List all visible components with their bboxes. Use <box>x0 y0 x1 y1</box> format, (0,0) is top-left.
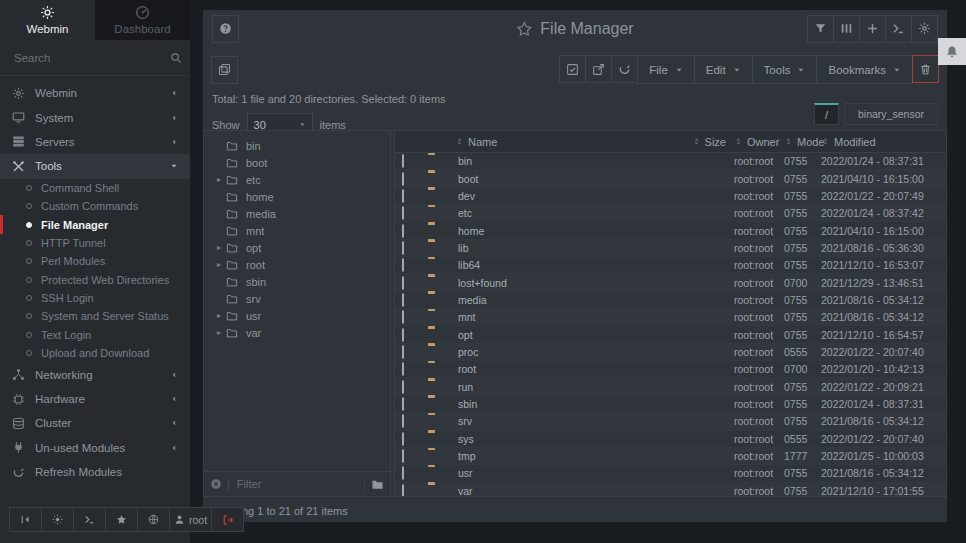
row-checkbox[interactable] <box>402 484 404 496</box>
row-checkbox[interactable] <box>402 432 404 446</box>
file-row[interactable]: tmproot:root17772022/01/25 - 10:00:03 <box>395 448 946 465</box>
sidebar-section-system[interactable]: System <box>0 105 190 129</box>
tree-item-boot[interactable]: boot <box>204 154 390 171</box>
column-header-size[interactable]: Size <box>652 136 734 148</box>
sidebar-section-webmin[interactable]: Webmin <box>0 81 190 105</box>
row-checkbox[interactable] <box>402 362 404 376</box>
menu-bookmarks[interactable]: Bookmarks <box>816 55 913 84</box>
file-row[interactable]: optroot:root07552021/12/10 - 16:54:57 <box>395 326 946 343</box>
path-root-button[interactable]: / <box>814 103 839 125</box>
column-header-name[interactable]: Name <box>455 136 652 148</box>
menu-file[interactable]: File <box>637 55 695 84</box>
tree-expand-icon[interactable]: ▸ <box>212 243 226 252</box>
file-row[interactable]: libroot:root07552021/08/16 - 05:36:30 <box>395 240 946 257</box>
file-row[interactable]: usrroot:root07552021/08/16 - 05:34:12 <box>395 465 946 482</box>
row-checkbox[interactable] <box>402 380 404 394</box>
row-checkbox[interactable] <box>402 154 404 168</box>
file-row[interactable]: varroot:root07552021/12/10 - 17:01:55 <box>395 483 946 496</box>
sidebar-section-un-used-modules[interactable]: Un-used Modules <box>0 436 190 460</box>
menu-edit[interactable]: Edit <box>694 55 753 84</box>
file-row[interactable]: runroot:root07552022/01/22 - 20:09:21 <box>395 378 946 395</box>
column-header-modified[interactable]: Modified <box>821 136 946 148</box>
file-row[interactable]: devroot:root07552022/01/22 - 20:07:49 <box>395 188 946 205</box>
row-checkbox[interactable] <box>402 345 404 359</box>
row-checkbox[interactable] <box>402 172 404 186</box>
sidebar-section-tools[interactable]: Tools <box>0 154 190 178</box>
sidebar-item-protected-web-directories[interactable]: Protected Web Directories <box>0 271 190 289</box>
user-button[interactable]: root <box>169 507 212 532</box>
file-row[interactable]: rootroot:root07002022/01/20 - 10:42:13 <box>395 361 946 378</box>
file-row[interactable]: lost+foundroot:root07002021/12/29 - 13:4… <box>395 274 946 291</box>
sidebar-section-refresh-modules[interactable]: Refresh Modules <box>0 460 190 484</box>
file-row[interactable]: sbinroot:root07552022/01/24 - 08:37:31 <box>395 396 946 413</box>
add-button[interactable] <box>859 15 886 43</box>
refresh-list-button[interactable] <box>611 55 638 83</box>
file-row[interactable]: etcroot:root07552022/01/24 - 08:37:42 <box>395 205 946 222</box>
row-checkbox[interactable] <box>402 206 404 220</box>
tree-item-srv[interactable]: srv <box>204 290 390 307</box>
settings-button[interactable] <box>911 15 938 43</box>
row-checkbox[interactable] <box>402 241 404 255</box>
logout-button[interactable] <box>211 507 244 532</box>
sidebar-section-servers[interactable]: Servers <box>0 130 190 154</box>
row-checkbox[interactable] <box>402 328 404 342</box>
sidebar-item-upload-and-download[interactable]: Upload and Download <box>0 344 190 362</box>
favorite-star-icon[interactable] <box>516 21 532 37</box>
file-row[interactable]: sysroot:root05552022/01/22 - 20:07:40 <box>395 431 946 448</box>
notifications-tab[interactable] <box>938 38 966 65</box>
help-button[interactable] <box>212 15 239 43</box>
tree-item-usr[interactable]: ▸usr <box>204 307 390 324</box>
tree-filter-input[interactable] <box>235 477 359 491</box>
row-checkbox[interactable] <box>402 414 404 428</box>
tab-webmin[interactable]: Webmin <box>0 0 95 40</box>
search-input[interactable] <box>12 51 170 65</box>
sidebar-item-text-login[interactable]: Text Login <box>0 326 190 344</box>
tab-dashboard[interactable]: Dashboard <box>95 0 190 40</box>
sidebar-section-networking[interactable]: Networking <box>0 362 190 386</box>
tree-expand-icon[interactable]: ▸ <box>212 175 226 184</box>
clipboard-button[interactable] <box>211 56 238 84</box>
file-row[interactable]: homeroot:root07552021/04/10 - 16:15:00 <box>395 222 946 239</box>
tree-item-opt[interactable]: ▸opt <box>204 239 390 256</box>
row-checkbox[interactable] <box>402 258 404 272</box>
open-location-button[interactable] <box>585 55 612 83</box>
sidebar-item-ssh-login[interactable]: SSH Login <box>0 289 190 307</box>
tree-expand-icon[interactable]: ▸ <box>212 311 226 320</box>
column-header-owner[interactable]: Owner <box>734 136 784 148</box>
tree-expand-icon[interactable]: ▸ <box>212 260 226 269</box>
tree-item-mnt[interactable]: mnt <box>204 222 390 239</box>
row-checkbox[interactable] <box>402 449 404 463</box>
tree-item-var[interactable]: ▸var <box>204 324 390 341</box>
theme-toggle-button[interactable] <box>41 507 74 532</box>
path-current-segment[interactable]: binary_sensor <box>844 103 938 125</box>
select-mode-button[interactable] <box>559 55 586 83</box>
row-checkbox[interactable] <box>402 293 404 307</box>
sidebar-section-hardware[interactable]: Hardware <box>0 387 190 411</box>
tree-item-etc[interactable]: ▸etc <box>204 171 390 188</box>
row-checkbox[interactable] <box>402 397 404 411</box>
terminal-button[interactable] <box>885 15 912 43</box>
sidebar-section-cluster[interactable]: Cluster <box>0 411 190 435</box>
language-button[interactable] <box>137 507 170 532</box>
sidebar-item-system-and-server-status[interactable]: System and Server Status <box>0 307 190 325</box>
column-header-mode[interactable]: Mode <box>784 136 821 148</box>
tree-item-sbin[interactable]: sbin <box>204 273 390 290</box>
columns-button[interactable] <box>833 15 860 43</box>
file-row[interactable]: procroot:root05552022/01/22 - 20:07:40 <box>395 344 946 361</box>
menu-tools[interactable]: Tools <box>752 55 818 84</box>
row-checkbox[interactable] <box>402 466 404 480</box>
tree-expand-icon[interactable]: ▸ <box>212 328 226 337</box>
delete-button[interactable] <box>912 55 939 83</box>
folder-icon[interactable] <box>364 478 384 491</box>
sidebar-item-http-tunnel[interactable]: HTTP Tunnel <box>0 234 190 252</box>
tree-item-root[interactable]: ▸root <box>204 256 390 273</box>
file-row[interactable]: binroot:root07552022/01/24 - 08:37:31 <box>395 153 946 170</box>
sidebar-item-command-shell[interactable]: Command Shell <box>0 179 190 197</box>
file-row[interactable]: srvroot:root07552021/08/16 - 05:34:12 <box>395 413 946 430</box>
clear-filter-icon[interactable] <box>210 478 222 490</box>
tree-item-bin[interactable]: bin <box>204 137 390 154</box>
filter-button[interactable] <box>807 15 834 43</box>
tree-item-media[interactable]: media <box>204 205 390 222</box>
collapse-sidebar-button[interactable] <box>9 507 42 532</box>
file-row[interactable]: mediaroot:root07552021/08/16 - 05:34:12 <box>395 292 946 309</box>
